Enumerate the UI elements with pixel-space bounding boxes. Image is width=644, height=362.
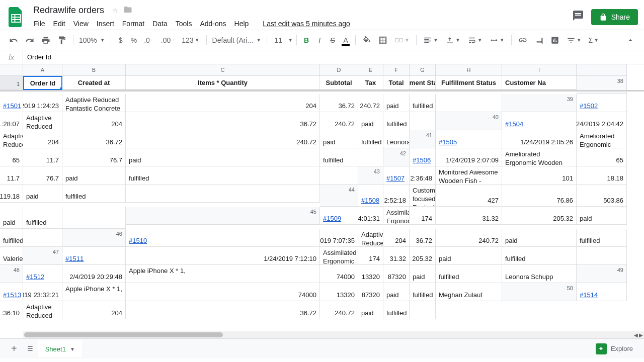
cell-tax[interactable]: 36.72 — [410, 229, 436, 247]
cell-items[interactable]: Customer-focused Fantastic Frozen Car * … — [410, 185, 436, 207]
cell-created[interactable]: 1/24/2019 7:07:35 — [320, 229, 358, 247]
cell-items[interactable]: Apple iPhone X * 1, — [126, 265, 320, 283]
cell-tax[interactable]: 31.32 — [383, 247, 410, 265]
cell-created[interactable]: 1/24/2019 2:36:48 — [410, 166, 436, 185]
header-cell-D[interactable]: Subtotal — [320, 76, 358, 90]
cell-created[interactable]: 1/24/2019 1:24:23 — [23, 94, 62, 112]
cell-fulfillment[interactable]: fulfilled — [23, 207, 62, 229]
undo-button[interactable] — [6, 34, 21, 47]
cell-payment[interactable]: paid — [320, 130, 358, 148]
row-header-43[interactable]: 43 — [358, 166, 383, 185]
fill-color-button[interactable] — [359, 34, 374, 47]
strike-button[interactable]: S — [327, 34, 339, 47]
font-size-select[interactable]: 11 — [271, 34, 286, 47]
cell-payment[interactable]: paid — [502, 229, 577, 247]
font-size-dropdown-icon[interactable]: ▼ — [288, 37, 293, 43]
cell-order-id[interactable]: #1501 — [0, 94, 23, 112]
cell-total[interactable]: 205.32 — [502, 207, 577, 225]
borders-button[interactable] — [375, 34, 390, 47]
cell-customer[interactable] — [320, 166, 358, 185]
menu-format[interactable]: Format — [119, 18, 148, 30]
insert-link-button[interactable] — [515, 34, 530, 47]
cell-order-id[interactable]: #1513 — [0, 283, 23, 301]
menu-insert[interactable]: Insert — [93, 18, 118, 30]
cell-fulfillment[interactable]: fulfilled — [320, 148, 358, 166]
cell-tax[interactable]: 31.32 — [436, 207, 502, 225]
cell-tax[interactable]: 36.72 — [320, 94, 358, 112]
text-wrap-button[interactable]: ▼ — [464, 34, 486, 47]
all-sheets-button[interactable]: ☰ — [22, 342, 38, 355]
sheets-logo-icon[interactable] — [6, 7, 26, 27]
cell-order-id[interactable]: #1506 — [410, 148, 436, 166]
menu-tools[interactable]: Tools — [172, 18, 196, 30]
cell-fulfillment[interactable]: fulfilled — [383, 112, 410, 130]
cell-created[interactable]: 1/24/2019 4:01:31 — [358, 207, 383, 225]
cell-subtotal[interactable]: 65 — [0, 148, 23, 166]
v-align-button[interactable]: ▼ — [442, 34, 463, 47]
cell-total[interactable]: 240.72 — [320, 112, 358, 130]
cell-created[interactable]: 1/24/2019 7:12:10 — [126, 247, 320, 265]
share-button[interactable]: Share — [591, 9, 638, 25]
cell-payment[interactable]: paid — [383, 94, 410, 112]
cell-order-id[interactable]: #1504 — [502, 112, 577, 130]
cell-created[interactable]: 3/27/2019 1:36:10 — [0, 301, 23, 319]
menu-view[interactable]: View — [70, 18, 92, 30]
header-cell-F[interactable]: Total — [383, 76, 410, 90]
cell-total[interactable]: 503.86 — [577, 185, 627, 207]
cell-fulfillment[interactable]: fulfilled — [577, 229, 627, 247]
cell-total[interactable]: 240.72 — [436, 229, 502, 247]
cell-order-id[interactable]: #1511 — [62, 247, 126, 265]
cell-customer[interactable] — [23, 229, 62, 247]
cell-customer[interactable]: Valerie Johnson — [0, 247, 23, 265]
cell-order-id[interactable]: #1514 — [577, 283, 627, 301]
col-header-H[interactable]: H — [436, 64, 502, 76]
cell-total[interactable]: 76.7 — [23, 166, 62, 185]
cell-subtotal[interactable]: 174 — [410, 207, 436, 225]
cell-fulfillment[interactable]: fulfilled — [358, 130, 383, 148]
header-cell-A[interactable]: Order Id — [23, 76, 62, 90]
cell-created[interactable]: 1/24/2019 2:07:09 — [436, 148, 502, 166]
cell-tax[interactable]: 36.72 — [126, 112, 320, 130]
header-cell-B[interactable]: Created at — [62, 76, 126, 90]
menu-edit[interactable]: Edit — [50, 18, 69, 30]
cell-items[interactable]: Assimilated Ergonomic Fresh Soap - Grani… — [383, 207, 410, 225]
cell-customer[interactable]: Leonora Schupp — [502, 265, 577, 283]
cell-customer[interactable] — [577, 247, 627, 265]
folder-icon[interactable] — [123, 5, 132, 16]
cell-subtotal[interactable]: 204 — [23, 130, 62, 148]
cell-created[interactable]: 2/4/2019 20:29:48 — [62, 265, 126, 283]
cell-payment[interactable]: paid — [126, 148, 320, 166]
cell-subtotal[interactable]: 74000 — [126, 283, 320, 301]
cell-order-id[interactable]: #1507 — [383, 166, 410, 185]
insert-comment-button[interactable] — [531, 34, 546, 47]
cell-items[interactable]: Ameliorated Ergonomic Wooden Pizza * 1, — [502, 148, 577, 166]
insert-chart-button[interactable] — [547, 34, 562, 47]
cell-total[interactable]: 240.72 — [358, 94, 383, 112]
menu-file[interactable]: File — [30, 18, 49, 30]
cell-fulfillment[interactable]: fulfilled — [0, 229, 23, 247]
horizontal-scrollbar[interactable]: ◀▶ — [23, 331, 644, 338]
menu-data[interactable]: Data — [149, 18, 171, 30]
sheet-tab[interactable]: Sheet1 ▼ — [38, 340, 82, 357]
format-currency-button[interactable]: $ — [115, 34, 127, 47]
cell-total[interactable]: 240.72 — [320, 301, 358, 319]
print-button[interactable] — [38, 34, 53, 47]
cell-payment[interactable]: paid — [358, 112, 383, 130]
cell-total[interactable]: 205.32 — [410, 247, 436, 265]
more-formats-button[interactable]: 123▼ — [179, 34, 202, 47]
cell-total[interactable]: 87320 — [383, 265, 410, 283]
cell-payment[interactable]: paid — [410, 265, 436, 283]
merge-button[interactable]: ▼ — [391, 34, 413, 47]
header-cell-H[interactable]: Fulfillment Status — [436, 76, 502, 90]
decrease-decimal-button[interactable]: .0← — [141, 34, 157, 47]
cell-tax[interactable]: 11.7 — [0, 166, 23, 185]
cell-items[interactable]: Adaptive Reduced Fantastic Concrete Tuna… — [358, 229, 383, 247]
cell-order-id[interactable]: #1502 — [577, 94, 627, 112]
cell-items[interactable]: Ameliorated Ergonomic Wooden Pizza * 1, — [577, 130, 627, 148]
col-header-D[interactable]: D — [320, 64, 358, 76]
cell-order-id[interactable]: #1512 — [23, 265, 62, 283]
cell-payment[interactable]: paid — [0, 207, 23, 229]
cell-fulfillment[interactable]: fulfilled — [436, 265, 502, 283]
cell-subtotal[interactable]: 101 — [502, 166, 577, 185]
cell-order-id[interactable]: #1505 — [436, 130, 502, 148]
